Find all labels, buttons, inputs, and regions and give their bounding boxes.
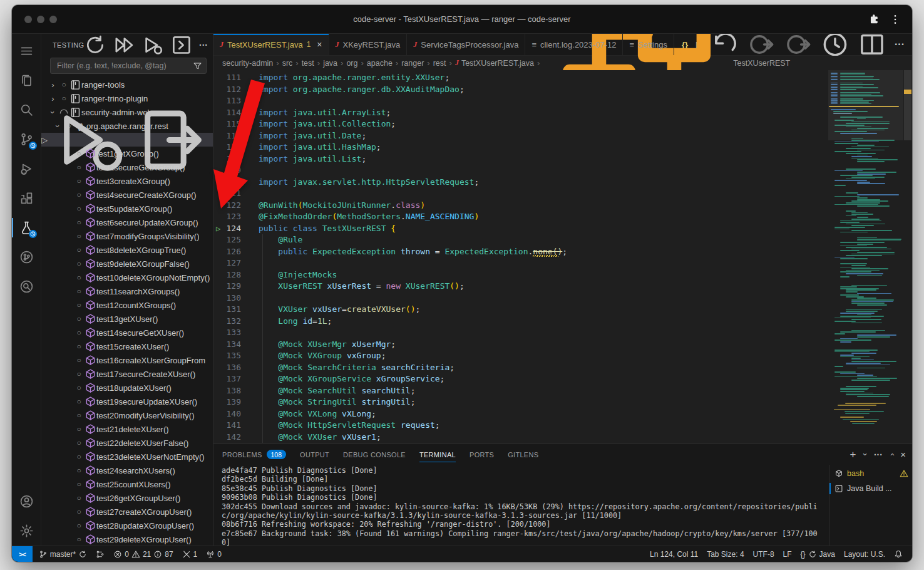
panel-tab-ports[interactable]: PORTS — [470, 444, 494, 465]
code-line-126[interactable]: 126 public ExpectedException thrown = Ex… — [213, 246, 828, 258]
test-item[interactable]: ○test5updateXGroup() — [41, 202, 213, 215]
code-line-112[interactable]: 112import org.apache.ranger.db.XXAuditMa… — [213, 84, 828, 96]
split-editor-icon[interactable] — [858, 30, 886, 59]
close-panel-icon[interactable]: × — [900, 449, 906, 460]
code-line-128[interactable]: 128 @InjectMocks — [213, 269, 828, 281]
tab-testxuserrest-java[interactable]: JTestXUserREST.java1× — [213, 34, 329, 55]
close-window-button[interactable] — [24, 16, 32, 23]
panel-tab-debug-console[interactable]: DEBUG CONSOLE — [343, 444, 406, 465]
test-item[interactable]: ○test1getXGroup() — [41, 147, 213, 160]
run-all-icon[interactable] — [113, 34, 135, 56]
test-item[interactable]: ○test27createXGroupUser() — [41, 505, 213, 519]
filter-icon[interactable] — [193, 61, 202, 71]
tab-settings[interactable]: ≡Settings — [623, 34, 674, 55]
code-line-131[interactable]: 131 VXUser vxUser=createVXUser(); — [213, 304, 828, 316]
eol-item[interactable]: LF — [779, 546, 796, 562]
test-item[interactable]: ○test21deleteXUser() — [41, 422, 213, 436]
code-line-121[interactable]: 121 — [213, 188, 828, 200]
breadcrumb-item[interactable]: JTestXUserREST.java — [455, 58, 534, 68]
code-line-123[interactable]: 123@FixMethodOrder(MethodSorters.NAME_AS… — [213, 211, 828, 223]
code-line-129[interactable]: 129 XUserREST xUserRest = new XUserREST(… — [213, 281, 828, 293]
feedback-item[interactable]: 0 — [202, 546, 226, 562]
test-filter-input[interactable] — [56, 61, 193, 71]
code-line-142[interactable]: 142 @Mock VXUser vXUser1; — [213, 432, 828, 443]
breadcrumb-item[interactable]: src — [282, 59, 293, 68]
terminal-output[interactable]: ade4fa47 Publish Diagnostics [Done]df2be… — [213, 465, 829, 546]
test-item[interactable]: ○test7modifyGroupsVisibility() — [41, 229, 213, 243]
code-line-111[interactable]: 111import org.apache.ranger.entity.XXUse… — [213, 72, 828, 84]
test-item[interactable]: ○test14secureGetXUser() — [41, 326, 213, 339]
panel-tab-terminal[interactable]: TERMINAL — [419, 444, 456, 465]
activity-run-debug-icon[interactable] — [12, 154, 41, 184]
open-panel-icon[interactable] — [170, 34, 193, 56]
breadcrumb-item[interactable]: rest — [433, 59, 446, 68]
test-filter-box[interactable] — [50, 58, 207, 74]
test-item[interactable]: ○test13getXUser() — [41, 312, 213, 326]
test-item[interactable]: ○test11searchXGroups() — [41, 284, 213, 298]
notifications-item[interactable] — [890, 546, 907, 562]
traffic-lights[interactable] — [24, 16, 57, 23]
code-line-134[interactable]: 134 @Mock XUserMgr xUserMgr; — [213, 339, 828, 351]
editor-scrollbar[interactable] — [903, 70, 912, 443]
test-item[interactable]: ○test24searchXUsers() — [41, 464, 213, 477]
activity-explorer-icon[interactable] — [12, 66, 41, 95]
code-line-141[interactable]: 141 @Mock HttpServletRequest request; — [213, 420, 828, 432]
code-line-139[interactable]: 139 @Mock StringUtil stringUtil; — [213, 396, 828, 408]
test-item[interactable]: ○test3createXGroup() — [41, 174, 213, 188]
code-line-114[interactable]: 114import java.util.ArrayList; — [213, 107, 828, 119]
run-test-icon[interactable]: ▷ — [41, 135, 48, 145]
terminal-instance-bash[interactable]: bash — [829, 466, 912, 481]
scrollbar-slider[interactable] — [904, 70, 911, 140]
panel-tab-output[interactable]: OUTPUT — [300, 444, 329, 465]
run-test-gutter-icon[interactable]: ▷ — [216, 223, 220, 235]
activity-source-control-icon[interactable] — [12, 125, 41, 154]
browser-menu-icon[interactable] — [890, 14, 901, 25]
new-terminal-button[interactable]: + — [850, 448, 856, 461]
git-graph-item[interactable] — [91, 546, 109, 562]
code-line-133[interactable]: 133 — [213, 327, 828, 339]
test-item[interactable]: ○test12countXGroups() — [41, 298, 213, 312]
code-line-113[interactable]: 113 — [213, 95, 828, 107]
code-line-124[interactable]: ▷124public class TestXUserREST { — [213, 223, 828, 235]
test-item[interactable]: ○test15createXUser() — [41, 339, 213, 353]
test-item[interactable]: ○test26getXGroupUser() — [41, 491, 213, 505]
more-icon[interactable]: ··· — [199, 39, 208, 51]
test-item[interactable]: ○test6secureUpdateXGroup() — [41, 215, 213, 229]
breadcrumb-item[interactable]: apache — [367, 59, 393, 68]
test-item[interactable]: ○test25countXUsers() — [41, 477, 213, 491]
test-item[interactable]: ○test23deleteXUserNotEmpty() — [41, 450, 213, 464]
code-line-122[interactable]: 122@RunWith(MockitoJUnitRunner.class) — [213, 200, 828, 212]
test-item[interactable]: ○test9deleteXGroupFalse() — [41, 257, 213, 271]
extensions-puzzle-icon[interactable] — [868, 14, 880, 25]
test-item[interactable]: ○test4secureCreateXGroup() — [41, 188, 213, 202]
cursor-position-item[interactable]: Ln 124, Col 11 — [645, 546, 702, 562]
code-content[interactable]: 111import org.apache.ranger.entity.XXUse… — [213, 70, 828, 443]
diagnostics-item[interactable]: 0 21 87 — [109, 546, 177, 562]
test-item[interactable]: ○test18updateXUser() — [41, 381, 213, 395]
tools-item[interactable]: 1 — [178, 546, 202, 562]
code-line-119[interactable]: 119 — [213, 165, 828, 177]
activity-settings-icon[interactable] — [12, 516, 41, 546]
more-actions-icon[interactable]: ··· — [895, 39, 905, 50]
breadcrumb-item[interactable]: java — [323, 59, 337, 68]
language-status-item[interactable]: {} Java — [796, 546, 839, 562]
terminal-profile-dropdown-icon[interactable]: › — [860, 453, 870, 455]
activity-menu-icon[interactable] — [12, 36, 41, 66]
close-tab-icon[interactable]: × — [317, 39, 322, 49]
refresh-icon[interactable] — [84, 34, 106, 56]
chevron-collapsed-icon[interactable]: › — [48, 80, 58, 90]
keyboard-layout-item[interactable]: Layout: U.S. — [839, 546, 890, 562]
code-line-137[interactable]: 137 @Mock XGroupService xGroupService; — [213, 373, 828, 385]
test-item[interactable]: ○test19secureUpdateXUser() — [41, 395, 213, 408]
debug-all-icon[interactable] — [141, 34, 164, 56]
tree-item-ranger-tools[interactable]: ›○ranger-tools — [41, 78, 213, 91]
test-item[interactable]: ○test17secureCreateXUser() — [41, 367, 213, 381]
code-line-116[interactable]: 116import java.util.Date; — [213, 130, 828, 142]
activity-gitlens-icon[interactable] — [12, 242, 41, 272]
test-item[interactable]: ○test2secureGetXGroup() — [41, 160, 213, 174]
breadcrumb-item[interactable]: test — [302, 59, 314, 68]
activity-gitlens-inspect-icon[interactable] — [12, 272, 41, 301]
code-line-130[interactable]: 130 — [213, 293, 828, 304]
tab-client-log-2023-07-12[interactable]: ≡client.log.2023-07-12 — [525, 34, 623, 55]
activity-search-icon[interactable] — [12, 95, 41, 125]
